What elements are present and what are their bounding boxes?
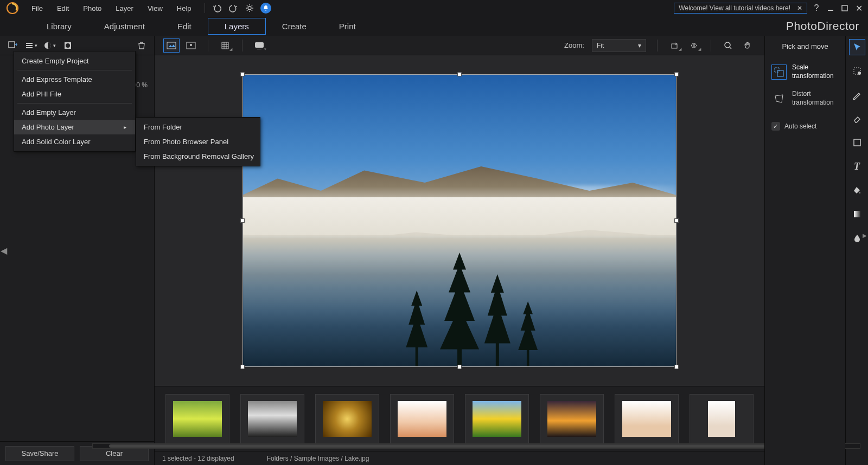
menu-from-folder[interactable]: From Folder — [136, 120, 260, 134]
thumbnail[interactable] — [315, 394, 379, 444]
resize-handle[interactable] — [674, 72, 679, 76]
menu-add-phi-file[interactable]: Add PHI File — [14, 87, 135, 101]
tab-layers[interactable]: Layers — [208, 18, 266, 35]
resize-handle[interactable] — [457, 72, 462, 76]
separator — [17, 70, 132, 70]
menu-layer[interactable]: Layer — [109, 2, 140, 15]
svg-marker-13 — [169, 44, 175, 47]
thumbnail[interactable] — [390, 394, 454, 444]
collapse-right-icon[interactable]: ▶ — [863, 232, 867, 238]
menu-add-empty-layer[interactable]: Add Empty Layer — [14, 105, 135, 120]
shape-tool-icon[interactable] — [849, 134, 865, 151]
zoom-tool-icon[interactable] — [720, 38, 736, 53]
resize-handle[interactable] — [674, 218, 679, 223]
thumbnail[interactable] — [165, 394, 229, 444]
background-color-icon[interactable]: ▾ — [251, 38, 267, 53]
layer-effects-icon[interactable]: ▾ — [42, 38, 56, 53]
svg-rect-12 — [167, 42, 176, 49]
thumbnail[interactable] — [540, 394, 604, 444]
menu-help[interactable]: Help — [170, 2, 198, 15]
thumbnail[interactable] — [615, 394, 679, 444]
close-icon[interactable]: ✕ — [854, 3, 864, 13]
fill-tool-icon[interactable] — [849, 182, 865, 198]
thumbnail[interactable] — [240, 394, 304, 444]
svg-rect-4 — [9, 42, 15, 48]
pen-tool-icon[interactable] — [849, 87, 865, 103]
layer-preset-icon[interactable]: ▾ — [24, 38, 38, 53]
svg-point-23 — [858, 72, 861, 75]
thumbnail[interactable] — [465, 394, 529, 444]
tab-create[interactable]: Create — [266, 18, 323, 34]
undo-icon[interactable] — [212, 3, 222, 14]
auto-select-checkbox[interactable]: ✓ Auto select — [770, 119, 840, 134]
menu-photo[interactable]: Photo — [76, 2, 108, 15]
resize-handle[interactable] — [674, 365, 679, 369]
svg-rect-6 — [26, 43, 33, 44]
brand-label: PhotoDirector — [786, 20, 859, 33]
delete-layer-icon[interactable] — [135, 38, 149, 53]
menu-view[interactable]: View — [141, 2, 169, 15]
status-selection: 1 selected - 12 displayed — [162, 455, 234, 462]
canvas[interactable] — [242, 74, 676, 367]
svg-point-19 — [725, 42, 730, 48]
filmstrip-scrollbar[interactable] — [92, 443, 860, 449]
tab-print[interactable]: Print — [323, 18, 372, 34]
svg-rect-21 — [777, 70, 783, 76]
text-tool-icon[interactable]: T — [849, 158, 865, 175]
app-logo-icon[interactable] — [4, 0, 21, 16]
eraser-tool-icon[interactable] — [849, 111, 865, 127]
resize-handle[interactable] — [457, 365, 462, 369]
view-single-icon[interactable] — [163, 38, 180, 53]
menu-create-empty-project[interactable]: Create Empty Project — [14, 54, 135, 68]
svg-rect-16 — [255, 42, 264, 48]
rotate-icon[interactable]: ◢ — [666, 38, 682, 53]
collapse-left-icon[interactable]: ◀ — [0, 240, 8, 261]
selection-tool-icon[interactable] — [849, 63, 865, 79]
status-path: Folders / Sample Images / Lake.jpg — [267, 455, 369, 462]
tab-edit[interactable]: Edit — [161, 18, 208, 34]
menu-from-photo-browser[interactable]: From Photo Browser Panel — [136, 134, 260, 149]
scale-icon — [771, 64, 787, 80]
grid-icon[interactable]: ◢ — [217, 38, 233, 53]
separator — [657, 40, 658, 51]
minimize-icon[interactable] — [826, 3, 835, 13]
tab-adjustment[interactable]: Adjustment — [88, 18, 161, 34]
menu-edit[interactable]: Edit — [50, 2, 75, 15]
notification-icon[interactable] — [260, 3, 271, 14]
scale-transform-button[interactable]: Scale transformation — [770, 61, 840, 82]
pan-tool-icon[interactable] — [739, 38, 756, 53]
resize-handle[interactable] — [240, 72, 245, 76]
zoom-select[interactable]: Fit▾ — [592, 39, 646, 52]
welcome-banner[interactable]: Welcome! View all tutorial videos here! … — [674, 3, 807, 14]
zoom-label: Zoom: — [564, 41, 584, 49]
menu-file[interactable]: File — [25, 2, 49, 15]
chevron-right-icon: ▸ — [124, 124, 126, 130]
help-icon[interactable]: ? — [812, 3, 821, 13]
maximize-icon[interactable] — [840, 3, 850, 13]
distort-transform-button[interactable]: Distort transformation — [770, 88, 840, 109]
svg-rect-7 — [26, 45, 33, 46]
welcome-close-icon[interactable]: ✕ — [797, 4, 802, 12]
save-share-button[interactable]: Save/Share — [5, 446, 74, 461]
resize-handle[interactable] — [240, 365, 245, 369]
menu-add-photo-layer[interactable]: Add Photo Layer▸ — [14, 120, 135, 134]
separator — [242, 40, 242, 51]
resize-handle[interactable] — [240, 218, 245, 223]
view-compare-icon[interactable] — [183, 38, 199, 53]
add-layer-menu: Create Empty Project Add Express Templat… — [14, 51, 136, 152]
menu-from-bg-removal[interactable]: From Background Removal Gallery — [136, 149, 260, 164]
menu-add-solid-color-layer[interactable]: Add Solid Color Layer — [14, 134, 135, 149]
move-tool-icon[interactable] — [849, 39, 865, 55]
gradient-tool-icon[interactable] — [849, 206, 865, 222]
thumbnail[interactable] — [690, 394, 754, 444]
settings-icon[interactable] — [244, 3, 255, 14]
tab-library[interactable]: Library — [30, 18, 88, 34]
layer-mask-icon[interactable] — [61, 38, 75, 53]
flip-icon[interactable]: ◢ — [686, 38, 702, 53]
add-layer-icon[interactable]: + — [5, 38, 20, 53]
photo-content — [243, 75, 676, 366]
filmstrip[interactable] — [155, 386, 764, 451]
menu-add-express-template[interactable]: Add Express Template — [14, 72, 135, 87]
redo-icon[interactable] — [228, 3, 239, 14]
separator — [205, 3, 205, 13]
